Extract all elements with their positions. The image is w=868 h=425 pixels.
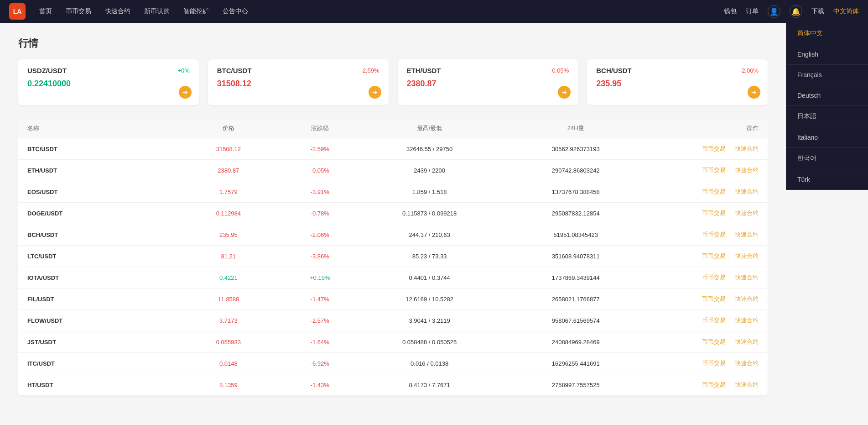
nav-item-coin-trade[interactable]: 币币交易 (66, 7, 91, 16)
download-button[interactable]: 下载 (811, 7, 824, 16)
fast-contract-link[interactable]: 快速合约 (735, 166, 759, 174)
lang-option-tr[interactable]: Türk (786, 169, 868, 190)
row-name: ETH/USDT (27, 167, 174, 174)
coin-trade-link[interactable]: 币币交易 (702, 316, 726, 325)
coin-trade-link[interactable]: 币币交易 (702, 338, 726, 346)
ticker-arrow[interactable]: ➔ (369, 86, 381, 99)
nav-item-new-coin[interactable]: 新币认购 (144, 7, 170, 16)
ticker-arrow[interactable]: ➔ (748, 86, 760, 99)
ticker-row: USDZ/USDT +0% 0.22410000 ➔ BTC/USDT -2.5… (18, 59, 768, 105)
row-change: -3.91% (283, 189, 356, 195)
coin-trade-link[interactable]: 币币交易 (702, 252, 726, 260)
ticker-card-1: BTC/USDT -2.59% 31508.12 ➔ (208, 59, 389, 105)
lang-option-en[interactable]: English (786, 44, 868, 65)
fast-contract-link[interactable]: 快速合约 (735, 359, 759, 367)
nav-item-announcement[interactable]: 公告中心 (223, 7, 248, 16)
table-row: FLOW/USDT 3.7173 -2.57% 3.9041 / 3.2119 … (18, 310, 768, 331)
row-price: 235.95 (174, 231, 283, 238)
lang-option-fr[interactable]: Français (786, 65, 868, 85)
row-vol: 13737678.388458 (503, 189, 649, 195)
ticker-name: BCH/USDT (596, 67, 632, 74)
ticker-price: 2380.87 (407, 79, 569, 89)
row-name: HT/USDT (27, 382, 174, 388)
coin-trade-link[interactable]: 币币交易 (702, 273, 726, 282)
row-highlow: 32646.55 / 29750 (356, 146, 503, 152)
row-change: -1.64% (283, 339, 356, 346)
row-price: 8.1359 (174, 382, 283, 388)
table-body: BTC/USDT 31508.12 -2.59% 32646.55 / 2975… (18, 138, 768, 396)
fast-contract-link[interactable]: 快速合约 (735, 338, 759, 346)
row-highlow: 1.859 / 1.518 (356, 189, 503, 195)
language-dropdown: 简体中文EnglishFrançaisDeutsch日本語Italiano한국어… (786, 23, 868, 190)
table-row: DOGE/USDT 0.112984 -0.78% 0.115873 / 0.0… (18, 203, 768, 224)
row-highlow: 0.115873 / 0.099218 (356, 210, 503, 217)
table-row: BCH/USDT 235.95 -2.06% 244.37 / 210.63 5… (18, 224, 768, 246)
fast-contract-link[interactable]: 快速合约 (735, 252, 759, 260)
coin-trade-link[interactable]: 币币交易 (702, 381, 726, 389)
row-vol: 958067.61569574 (503, 317, 649, 324)
nav-item-home[interactable]: 首页 (39, 7, 52, 16)
row-name: BTC/USDT (27, 146, 174, 152)
coin-trade-link[interactable]: 币币交易 (702, 359, 726, 367)
ticker-change: +0% (177, 67, 189, 74)
row-highlow: 85.23 / 73.33 (356, 253, 503, 260)
coin-trade-link[interactable]: 币币交易 (702, 166, 726, 174)
lang-option-ko[interactable]: 한국어 (786, 148, 868, 169)
row-change: +0.19% (283, 274, 356, 281)
coin-trade-link[interactable]: 币币交易 (702, 188, 726, 196)
row-vol: 351608.94078311 (503, 253, 649, 260)
fast-contract-link[interactable]: 快速合约 (735, 273, 759, 282)
logo[interactable]: LA (9, 3, 26, 20)
row-highlow: 12.6169 / 10.5282 (356, 296, 503, 303)
ticker-arrow[interactable]: ➔ (179, 86, 192, 99)
lang-option-it[interactable]: Italiano (786, 127, 868, 148)
table-row: HT/USDT 8.1359 -1.43% 8.4173 / 7.7671 27… (18, 374, 768, 396)
fast-contract-link[interactable]: 快速合约 (735, 231, 759, 239)
row-actions: 币币交易 快速合约 (649, 231, 759, 239)
lang-option-de[interactable]: Deutsch (786, 85, 868, 106)
ticker-name: USDZ/USDT (27, 67, 67, 74)
row-actions: 币币交易 快速合约 (649, 145, 759, 153)
coin-trade-link[interactable]: 币币交易 (702, 295, 726, 303)
row-price: 2380.87 (174, 167, 283, 174)
ticker-price: 235.95 (596, 79, 759, 89)
coin-trade-link[interactable]: 币币交易 (702, 231, 726, 239)
nav-item-fast-contract[interactable]: 快速合约 (105, 7, 130, 16)
notification-icon[interactable]: 🔔 (790, 5, 802, 18)
lang-option-zh-cn[interactable]: 简体中文 (786, 23, 868, 44)
table-header-5: 操作 (649, 124, 759, 132)
table-row: FIL/USDT 11.8588 -1.47% 12.6169 / 10.528… (18, 289, 768, 310)
row-vol: 1737869.3439144 (503, 274, 649, 281)
row-price: 31508.12 (174, 146, 283, 152)
fast-contract-link[interactable]: 快速合约 (735, 188, 759, 196)
ticker-arrow[interactable]: ➔ (558, 86, 571, 99)
ticker-price: 31508.12 (217, 79, 379, 89)
wallet-button[interactable]: 钱包 (724, 7, 737, 16)
orders-button[interactable]: 订单 (746, 7, 759, 16)
lang-option-ja[interactable]: 日本語 (786, 106, 868, 127)
row-name: EOS/USDT (27, 189, 174, 195)
table-header-1: 价格 (174, 124, 283, 132)
row-price: 0.055933 (174, 339, 283, 346)
row-price: 0.112984 (174, 210, 283, 217)
coin-trade-link[interactable]: 币币交易 (702, 145, 726, 153)
table-header: 名称价格涨跌幅最高/最低24H量操作 (18, 119, 768, 138)
row-name: ITC/USDT (27, 360, 174, 367)
fast-contract-link[interactable]: 快速合约 (735, 316, 759, 325)
row-change: -2.57% (283, 317, 356, 324)
row-actions: 币币交易 快速合约 (649, 188, 759, 196)
row-vol: 295087832.12854 (503, 210, 649, 217)
row-price: 81.21 (174, 253, 283, 260)
row-vol: 2658021.1766877 (503, 296, 649, 303)
fast-contract-link[interactable]: 快速合约 (735, 145, 759, 153)
row-actions: 币币交易 快速合约 (649, 273, 759, 282)
fast-contract-link[interactable]: 快速合约 (735, 295, 759, 303)
language-button[interactable]: 中文简体 (833, 7, 859, 16)
fast-contract-link[interactable]: 快速合约 (735, 381, 759, 389)
row-actions: 币币交易 快速合约 (649, 316, 759, 325)
row-name: FLOW/USDT (27, 317, 174, 324)
fast-contract-link[interactable]: 快速合约 (735, 209, 759, 217)
user-icon[interactable]: 👤 (768, 5, 780, 18)
coin-trade-link[interactable]: 币币交易 (702, 209, 726, 217)
nav-item-mining[interactable]: 智能挖矿 (183, 7, 209, 16)
